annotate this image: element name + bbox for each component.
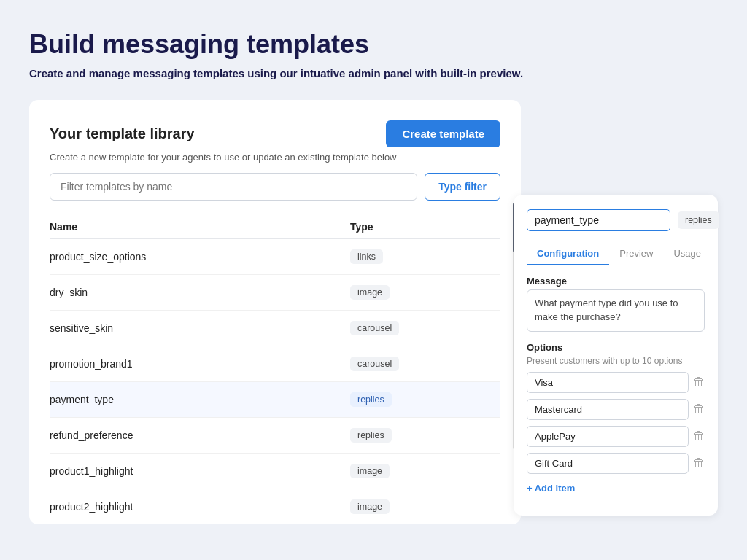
row-type: image [350, 499, 500, 514]
row-type: carousel [350, 321, 500, 335]
tab-preview[interactable]: Preview [609, 243, 663, 265]
create-template-button[interactable]: Create template [386, 120, 500, 147]
option-input-visa[interactable] [527, 372, 689, 393]
table-row[interactable]: refund_preference replies [50, 418, 500, 454]
table-row[interactable]: dry_skin image [50, 275, 500, 311]
table-header: Name Type [50, 215, 500, 239]
library-description: Create a new template for your agents to… [50, 152, 500, 163]
message-text[interactable]: What payment type did you use to make th… [527, 289, 705, 332]
row-name: product_size_options [50, 251, 350, 262]
detail-name-input[interactable] [527, 209, 670, 231]
table-row[interactable]: product2_highlight image [50, 489, 500, 524]
detail-tabs: Configuration Preview Usage [527, 243, 705, 265]
options-label: Options [527, 342, 705, 353]
option-input-mastercard[interactable] [527, 399, 689, 420]
option-input-giftcard[interactable] [527, 453, 689, 474]
row-type: carousel [350, 357, 500, 371]
delete-icon[interactable]: 🗑 [693, 376, 705, 389]
row-name: sensitive_skin [50, 322, 350, 334]
detail-header: replies [527, 209, 705, 231]
col-header-type: Type [350, 221, 500, 233]
row-name: payment_type [50, 394, 350, 405]
delete-icon[interactable]: 🗑 [693, 429, 705, 443]
row-name: refund_preference [50, 429, 350, 441]
table-row[interactable]: promotion_brand1 carousel [50, 346, 500, 382]
tab-usage[interactable]: Usage [663, 243, 711, 265]
detail-type-badge: replies [678, 211, 719, 229]
row-type: image [350, 285, 500, 300]
library-panel: Your template library Create template Cr… [29, 100, 521, 524]
option-row: 🗑 [527, 453, 705, 474]
row-type: replies [350, 428, 500, 443]
row-type: links [350, 249, 500, 264]
option-row: 🗑 [527, 372, 705, 393]
filter-row: Type filter [50, 173, 500, 201]
col-header-name: Name [50, 221, 350, 233]
library-title: Your template library [50, 125, 195, 142]
delete-icon[interactable]: 🗑 [693, 402, 705, 416]
row-type: image [350, 464, 500, 478]
option-row: 🗑 [527, 399, 705, 420]
page-header: Build messaging templates Create and man… [29, 29, 718, 79]
row-name: dry_skin [50, 287, 350, 298]
table-row[interactable]: payment_type replies [50, 382, 500, 418]
type-filter-button[interactable]: Type filter [425, 173, 500, 201]
detail-panel: replies Configuration Preview Usage Mess… [514, 195, 718, 516]
row-name: product1_highlight [50, 465, 350, 477]
row-name: promotion_brand1 [50, 358, 350, 370]
option-row: 🗑 [527, 426, 705, 447]
template-table: Name Type product_size_options links dry… [50, 215, 500, 524]
options-sublabel: Present customers with up to 10 options [527, 356, 705, 366]
add-item-button[interactable]: + Add item [527, 480, 575, 497]
table-row[interactable]: product_size_options links [50, 239, 500, 275]
library-header: Your template library Create template [50, 120, 500, 147]
main-layout: Your template library Create template Cr… [29, 100, 718, 524]
message-label: Message [527, 276, 705, 287]
delete-icon[interactable]: 🗑 [693, 456, 705, 470]
table-row[interactable]: product1_highlight image [50, 454, 500, 489]
page-title: Build messaging templates [29, 29, 718, 60]
tab-configuration[interactable]: Configuration [527, 243, 609, 265]
table-row[interactable]: sensitive_skin carousel [50, 311, 500, 346]
page-subtitle: Create and manage messaging templates us… [29, 67, 718, 79]
row-name: product2_highlight [50, 501, 350, 513]
filter-input[interactable] [50, 173, 417, 201]
row-type: replies [350, 392, 500, 407]
option-input-applepay[interactable] [527, 426, 689, 447]
